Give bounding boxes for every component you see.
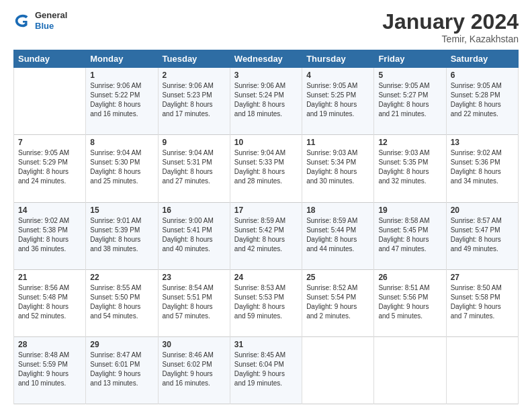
- table-row: 14Sunrise: 9:02 AMSunset: 5:38 PMDayligh…: [14, 202, 519, 269]
- table-cell: [374, 336, 446, 404]
- table-cell: 16Sunrise: 9:00 AMSunset: 5:41 PMDayligh…: [158, 202, 230, 269]
- table-cell: 20Sunrise: 8:57 AMSunset: 5:47 PMDayligh…: [446, 202, 518, 269]
- day-number: 15: [90, 205, 153, 215]
- table-cell: 23Sunrise: 8:54 AMSunset: 5:51 PMDayligh…: [158, 269, 230, 336]
- day-info: Sunrise: 9:05 AMSunset: 5:29 PMDaylight:…: [18, 148, 81, 186]
- table-cell: 31Sunrise: 8:45 AMSunset: 6:04 PMDayligh…: [230, 336, 302, 404]
- table-cell: 11Sunrise: 9:03 AMSunset: 5:34 PMDayligh…: [302, 135, 374, 202]
- table-cell: 27Sunrise: 8:50 AMSunset: 5:58 PMDayligh…: [446, 269, 518, 336]
- table-cell: 10Sunrise: 9:04 AMSunset: 5:33 PMDayligh…: [230, 135, 302, 202]
- day-info: Sunrise: 8:56 AMSunset: 5:48 PMDaylight:…: [18, 283, 81, 321]
- table-cell: 4Sunrise: 9:05 AMSunset: 5:25 PMDaylight…: [302, 68, 374, 135]
- col-thursday: Thursday: [302, 50, 374, 68]
- table-cell: 13Sunrise: 9:02 AMSunset: 5:36 PMDayligh…: [446, 135, 518, 202]
- day-number: 10: [234, 138, 298, 147]
- day-info: Sunrise: 9:04 AMSunset: 5:30 PMDaylight:…: [90, 148, 153, 186]
- day-info: Sunrise: 8:57 AMSunset: 5:47 PMDaylight:…: [451, 216, 514, 254]
- day-number: 1: [90, 71, 153, 80]
- table-cell: 30Sunrise: 8:46 AMSunset: 6:02 PMDayligh…: [158, 336, 230, 404]
- table-cell: 15Sunrise: 9:01 AMSunset: 5:39 PMDayligh…: [86, 202, 158, 269]
- col-tuesday: Tuesday: [158, 50, 230, 68]
- table-cell: 26Sunrise: 8:51 AMSunset: 5:56 PMDayligh…: [374, 269, 446, 336]
- table-cell: 1Sunrise: 9:06 AMSunset: 5:22 PMDaylight…: [86, 68, 158, 135]
- table-cell: 3Sunrise: 9:06 AMSunset: 5:24 PMDaylight…: [230, 68, 302, 135]
- day-info: Sunrise: 9:06 AMSunset: 5:22 PMDaylight:…: [90, 81, 153, 119]
- logo-text: General Blue: [35, 10, 67, 31]
- day-info: Sunrise: 8:51 AMSunset: 5:56 PMDaylight:…: [378, 283, 441, 321]
- day-number: 30: [163, 340, 226, 349]
- table-cell: 24Sunrise: 8:53 AMSunset: 5:53 PMDayligh…: [230, 269, 302, 336]
- day-info: Sunrise: 9:05 AMSunset: 5:25 PMDaylight:…: [306, 81, 369, 119]
- day-info: Sunrise: 8:58 AMSunset: 5:45 PMDaylight:…: [378, 216, 441, 254]
- day-number: 18: [306, 205, 369, 215]
- day-number: 5: [378, 71, 441, 80]
- day-number: 19: [378, 205, 441, 215]
- table-cell: 17Sunrise: 8:59 AMSunset: 5:42 PMDayligh…: [230, 202, 302, 269]
- table-row: 7Sunrise: 9:05 AMSunset: 5:29 PMDaylight…: [14, 135, 519, 202]
- day-number: 8: [90, 138, 153, 147]
- day-info: Sunrise: 9:02 AMSunset: 5:38 PMDaylight:…: [18, 216, 81, 254]
- col-sunday: Sunday: [14, 50, 86, 68]
- day-number: 9: [163, 138, 226, 147]
- logo-icon: [13, 11, 32, 30]
- day-info: Sunrise: 8:45 AMSunset: 6:04 PMDaylight:…: [234, 351, 298, 388]
- col-saturday: Saturday: [446, 50, 518, 68]
- table-cell: [14, 68, 86, 135]
- day-number: 23: [163, 273, 226, 282]
- logo: General Blue: [13, 10, 67, 31]
- day-number: 26: [378, 273, 441, 282]
- table-cell: 25Sunrise: 8:52 AMSunset: 5:54 PMDayligh…: [302, 269, 374, 336]
- day-info: Sunrise: 8:50 AMSunset: 5:58 PMDaylight:…: [451, 283, 514, 321]
- table-cell: 14Sunrise: 9:02 AMSunset: 5:38 PMDayligh…: [14, 202, 86, 269]
- day-info: Sunrise: 8:47 AMSunset: 6:01 PMDaylight:…: [90, 351, 153, 388]
- table-cell: 29Sunrise: 8:47 AMSunset: 6:01 PMDayligh…: [86, 336, 158, 404]
- table-row: 21Sunrise: 8:56 AMSunset: 5:48 PMDayligh…: [14, 269, 519, 336]
- logo-general: General: [35, 10, 67, 21]
- table-cell: 7Sunrise: 9:05 AMSunset: 5:29 PMDaylight…: [14, 135, 86, 202]
- day-number: 4: [306, 71, 369, 80]
- table-cell: 21Sunrise: 8:56 AMSunset: 5:48 PMDayligh…: [14, 269, 86, 336]
- day-number: 27: [451, 273, 514, 282]
- day-number: 11: [306, 138, 369, 147]
- table-cell: [446, 336, 518, 404]
- table-cell: 5Sunrise: 9:05 AMSunset: 5:27 PMDaylight…: [374, 68, 446, 135]
- table-cell: 22Sunrise: 8:55 AMSunset: 5:50 PMDayligh…: [86, 269, 158, 336]
- table-cell: 9Sunrise: 9:04 AMSunset: 5:31 PMDaylight…: [158, 135, 230, 202]
- day-info: Sunrise: 9:04 AMSunset: 5:31 PMDaylight:…: [163, 148, 226, 186]
- logo-blue: Blue: [35, 21, 67, 32]
- day-info: Sunrise: 9:00 AMSunset: 5:41 PMDaylight:…: [163, 216, 226, 254]
- day-number: 21: [18, 273, 81, 282]
- day-number: 12: [378, 138, 441, 147]
- day-number: 6: [451, 71, 514, 80]
- calendar-body: 1Sunrise: 9:06 AMSunset: 5:22 PMDaylight…: [14, 68, 519, 404]
- col-friday: Friday: [374, 50, 446, 68]
- table-row: 1Sunrise: 9:06 AMSunset: 5:22 PMDaylight…: [14, 68, 519, 135]
- col-wednesday: Wednesday: [230, 50, 302, 68]
- day-info: Sunrise: 8:53 AMSunset: 5:53 PMDaylight:…: [234, 283, 298, 321]
- day-number: 17: [234, 205, 298, 215]
- day-number: 20: [451, 205, 514, 215]
- table-cell: 6Sunrise: 9:05 AMSunset: 5:28 PMDaylight…: [446, 68, 518, 135]
- day-info: Sunrise: 9:04 AMSunset: 5:33 PMDaylight:…: [234, 148, 298, 186]
- day-info: Sunrise: 8:55 AMSunset: 5:50 PMDaylight:…: [90, 283, 153, 321]
- month-title: January 2024: [382, 10, 519, 34]
- day-number: 28: [18, 340, 81, 349]
- day-number: 3: [234, 71, 298, 80]
- day-info: Sunrise: 9:02 AMSunset: 5:36 PMDaylight:…: [451, 148, 514, 186]
- page: General Blue January 2024 Temir, Kazakhs…: [0, 0, 532, 411]
- day-number: 13: [451, 138, 514, 147]
- title-block: January 2024 Temir, Kazakhstan: [382, 10, 519, 44]
- day-info: Sunrise: 8:59 AMSunset: 5:42 PMDaylight:…: [234, 216, 298, 254]
- day-number: 14: [18, 205, 81, 215]
- day-info: Sunrise: 9:01 AMSunset: 5:39 PMDaylight:…: [90, 216, 153, 254]
- day-number: 31: [234, 340, 298, 349]
- day-info: Sunrise: 9:03 AMSunset: 5:34 PMDaylight:…: [306, 148, 369, 186]
- day-number: 25: [306, 273, 369, 282]
- table-cell: [302, 336, 374, 404]
- day-info: Sunrise: 8:59 AMSunset: 5:44 PMDaylight:…: [306, 216, 369, 254]
- day-number: 16: [163, 205, 226, 215]
- table-cell: 8Sunrise: 9:04 AMSunset: 5:30 PMDaylight…: [86, 135, 158, 202]
- col-monday: Monday: [86, 50, 158, 68]
- day-info: Sunrise: 8:54 AMSunset: 5:51 PMDaylight:…: [163, 283, 226, 321]
- day-number: 2: [163, 71, 226, 80]
